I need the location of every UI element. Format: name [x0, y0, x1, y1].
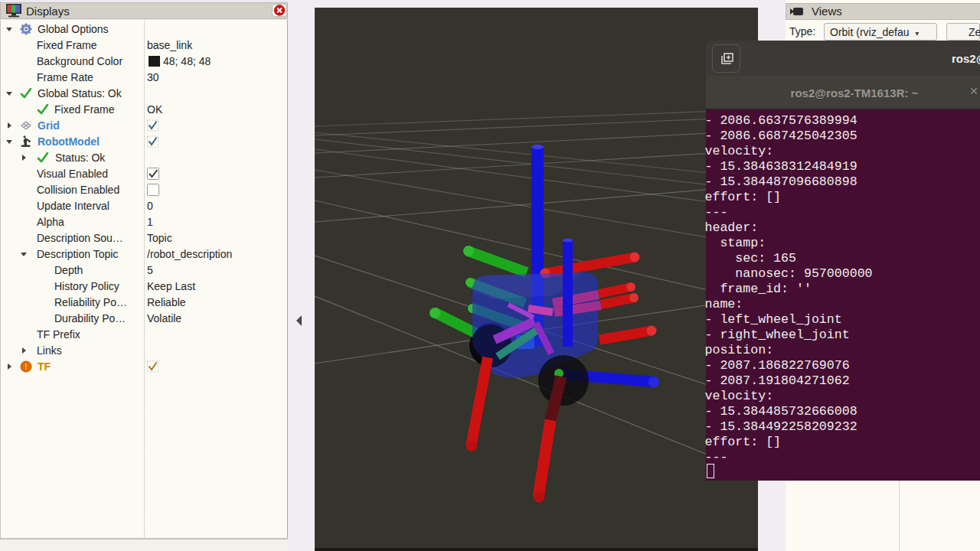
svg-text:/robot_description: /robot_description	[147, 248, 232, 260]
svg-text:Background Color: Background Color	[37, 55, 122, 67]
svg-text:Fixed Frame: Fixed Frame	[54, 103, 115, 116]
svg-text:Collision Enabled: Collision Enabled	[37, 184, 119, 196]
svg-text:Volatile: Volatile	[147, 312, 181, 324]
svg-text:History Policy: History Policy	[54, 280, 119, 292]
svg-text:Status: Ok: Status: Ok	[55, 152, 106, 164]
svg-text:Frame Rate: Frame Rate	[37, 71, 93, 83]
svg-text:0: 0	[147, 200, 153, 212]
svg-text:TF: TF	[38, 360, 51, 373]
svg-text:Durability Po…: Durability Po…	[54, 312, 126, 324]
svg-text:Visual Enabled: Visual Enabled	[37, 168, 108, 180]
svg-text:base_link: base_link	[147, 39, 193, 51]
svg-text:Global Options: Global Options	[38, 23, 109, 35]
svg-text:30: 30	[147, 71, 159, 83]
svg-text:1: 1	[147, 216, 153, 228]
svg-text:OK: OK	[147, 103, 163, 116]
svg-text:Keep Last: Keep Last	[147, 280, 195, 292]
svg-text:Reliable: Reliable	[147, 296, 186, 308]
svg-text:Description Sou…: Description Sou…	[37, 232, 123, 244]
svg-text:Views: Views	[812, 5, 842, 18]
svg-text:Grid: Grid	[38, 119, 60, 132]
svg-text:Topic: Topic	[147, 232, 172, 244]
svg-text:RobotModel: RobotModel	[38, 135, 100, 148]
svg-text:Update Interval: Update Interval	[37, 200, 109, 212]
svg-text:!: !	[24, 363, 27, 371]
svg-text:5: 5	[147, 264, 153, 276]
svg-text:Alpha: Alpha	[37, 216, 64, 228]
svg-text:Description Topic: Description Topic	[37, 248, 118, 260]
svg-text:48; 48; 48: 48; 48; 48	[163, 55, 211, 67]
svg-text:TF Prefix: TF Prefix	[37, 328, 80, 341]
svg-text:Links: Links	[37, 344, 62, 357]
svg-text:Reliability Po…: Reliability Po…	[54, 296, 127, 308]
svg-text:Fixed Frame: Fixed Frame	[37, 39, 97, 51]
svg-text:Depth: Depth	[54, 264, 83, 276]
svg-text:Global Status: Ok: Global Status: Ok	[38, 87, 122, 99]
